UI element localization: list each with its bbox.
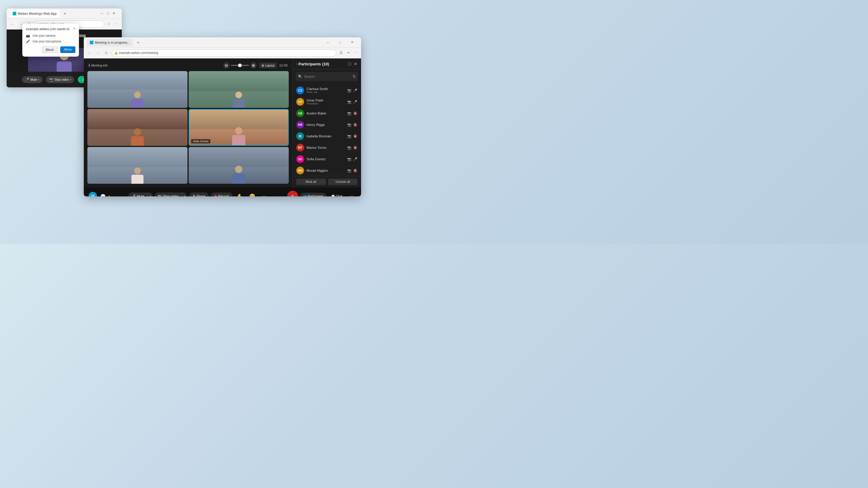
video-dropdown-button[interactable]: ▾ bbox=[182, 193, 187, 197]
participant-mic-icon[interactable]: 🎤 bbox=[353, 157, 358, 161]
refresh-button-2[interactable]: ↻ bbox=[103, 50, 110, 56]
participant-cam-icon[interactable]: 📷 bbox=[347, 100, 351, 104]
search-input[interactable]: Search bbox=[304, 75, 350, 78]
participant-cam-icon[interactable]: 📷 bbox=[347, 157, 351, 161]
room-ceiling-5 bbox=[87, 147, 187, 167]
top-bar-meeting: ℹ Meeting info ⊖ ⊕ ⊞ Layout 1 bbox=[86, 61, 290, 70]
menu-icon-1[interactable]: ☰ bbox=[338, 50, 344, 56]
head-1 bbox=[134, 92, 141, 98]
mute-main-button[interactable]: 🎤 Mute bbox=[128, 193, 147, 197]
participant-name: Sofia Gomez bbox=[307, 157, 345, 161]
record-button[interactable]: Record bbox=[211, 193, 232, 196]
allow-button[interactable]: Allow bbox=[60, 46, 75, 53]
mute-chevron: ▾ bbox=[38, 78, 39, 81]
meeting-info-button[interactable]: ℹ Meeting info bbox=[89, 63, 107, 67]
video-main-button[interactable]: 📷 Stop video bbox=[155, 193, 182, 197]
stop-video-button-preview[interactable]: 📷 Stop video ▾ bbox=[46, 76, 74, 83]
mute-label: Mute bbox=[30, 78, 37, 82]
layout-icon: ⊞ bbox=[261, 64, 264, 67]
address-bar-2[interactable]: 🔒 example.webex.com/meeting bbox=[112, 50, 336, 57]
layout-button[interactable]: ⊞ Layout bbox=[259, 63, 277, 68]
minimize-button-2[interactable]: ─ bbox=[322, 38, 334, 47]
browser-tab-2[interactable]: Meeting is in progress... bbox=[87, 38, 133, 46]
zoom-out-button[interactable]: ⊖ bbox=[223, 62, 230, 69]
menu-icon-2[interactable]: ✏ bbox=[345, 50, 351, 56]
minimize-button-1[interactable]: ─ bbox=[100, 11, 104, 15]
share-button[interactable]: ⬆ Share bbox=[189, 193, 209, 197]
tab-title-1: Webex Meetings Web App bbox=[18, 12, 57, 15]
participants-title: Participants bbox=[299, 62, 321, 66]
close-button-1[interactable]: ✕ bbox=[111, 11, 116, 15]
sort-button[interactable]: ⇅ bbox=[352, 74, 355, 78]
participants-toolbar-button[interactable]: 👥 Participants bbox=[300, 193, 327, 197]
participant-mic-icon[interactable]: 🔇 bbox=[353, 146, 358, 150]
participant-cam-icon[interactable]: 📷 bbox=[347, 169, 351, 173]
chat-chevron-icon[interactable]: ▾ bbox=[108, 195, 110, 196]
block-button[interactable]: Block bbox=[42, 46, 58, 53]
participant-cam-icon[interactable]: 📷 bbox=[347, 134, 351, 138]
participant-mic-icon[interactable]: 🔇 bbox=[353, 123, 358, 127]
record-dot-icon bbox=[214, 195, 217, 196]
participant-mic-icon[interactable]: 🔇 bbox=[353, 169, 358, 173]
mute-split-button: 🎤 Mute ▾ bbox=[128, 193, 153, 197]
mic-permission-text: Use your microphone bbox=[33, 40, 61, 43]
person-6 bbox=[232, 166, 245, 184]
back-button-1[interactable]: ← bbox=[9, 21, 16, 27]
share-icon: ⬆ bbox=[193, 194, 195, 197]
person-4 bbox=[232, 127, 245, 145]
participant-avatar: SG bbox=[296, 155, 304, 163]
participant-mic-icon[interactable]: 🎤 bbox=[353, 100, 358, 104]
reactions-button[interactable]: ✋ bbox=[234, 192, 245, 197]
settings-icon[interactable]: ⋯ bbox=[113, 21, 119, 27]
participant-name: Murad Higgins bbox=[307, 169, 345, 172]
room-ceiling-2 bbox=[189, 71, 289, 91]
more-toolbar-button[interactable]: ⋯ bbox=[347, 192, 356, 196]
chat-bubble-icon[interactable]: 💬 bbox=[99, 193, 106, 196]
maximize-button-2[interactable]: □ bbox=[334, 38, 346, 47]
participant-controls: 📷 🔇 bbox=[347, 111, 358, 116]
cell-content-4: Sofia Gomez bbox=[189, 110, 288, 145]
emoji-button[interactable]: 😊 bbox=[247, 192, 258, 197]
participant-mic-icon[interactable]: 🎤 bbox=[353, 89, 358, 93]
participant-mic-icon[interactable]: 🔇 bbox=[353, 111, 358, 116]
chat-toolbar-button[interactable]: 💬 Chat bbox=[328, 193, 345, 197]
panel-title: › Participants (10) bbox=[296, 62, 329, 66]
new-tab-button-1[interactable]: + bbox=[61, 10, 68, 17]
tab-title-2: Meeting is in progress... bbox=[95, 41, 130, 44]
favorites-icon[interactable]: ☆ bbox=[106, 21, 112, 27]
video-cell-3 bbox=[87, 109, 187, 146]
menu-icon-3[interactable]: ⋯ bbox=[352, 50, 359, 56]
mute-all-button[interactable]: Mute all bbox=[296, 178, 326, 185]
person-3 bbox=[131, 128, 144, 146]
close-panel-button[interactable]: ✕ bbox=[354, 61, 358, 66]
participant-cam-icon[interactable]: 📷 bbox=[347, 89, 351, 93]
unmute-all-button[interactable]: Unmute all bbox=[328, 178, 358, 185]
more-options-button[interactable]: ⋯ bbox=[259, 192, 269, 196]
permission-popup: × example.webex.com wants to 📷 Use your … bbox=[22, 24, 79, 57]
zoom-in-button[interactable]: ⊕ bbox=[250, 62, 257, 69]
participant-item: MT Marise Torres 📷 🔇 bbox=[293, 142, 361, 153]
browser-tab-1[interactable]: Webex Meetings Web App bbox=[10, 10, 60, 18]
forward-button-2[interactable]: → bbox=[95, 50, 101, 56]
zoom-slider[interactable] bbox=[231, 65, 249, 66]
participant-controls: 📷 🎤 bbox=[347, 157, 358, 161]
video-cell-2 bbox=[189, 71, 289, 108]
participant-cam-icon[interactable]: 📷 bbox=[347, 146, 351, 150]
pop-out-button[interactable]: ⬡ bbox=[348, 61, 351, 66]
back-button-2[interactable]: ← bbox=[86, 50, 93, 56]
maximize-button-1[interactable]: □ bbox=[105, 11, 110, 15]
new-tab-button-2[interactable]: + bbox=[135, 39, 142, 46]
meeting-toolbar: W 💬 ▾ 🎤 Mute ▾ 📷 Stop video ▾ ⬆ bbox=[84, 187, 361, 196]
participant-mic-icon[interactable]: 🔇 bbox=[353, 134, 358, 138]
close-button-2[interactable]: ✕ bbox=[346, 38, 358, 47]
participant-cam-icon[interactable]: 📷 bbox=[347, 123, 351, 127]
popup-close-button[interactable]: × bbox=[72, 26, 76, 31]
mute-dropdown-button[interactable]: ▾ bbox=[147, 193, 153, 197]
end-call-button[interactable]: ✕ bbox=[287, 191, 298, 196]
participant-info: Marise Torres bbox=[307, 146, 345, 150]
participant-cam-icon[interactable]: 📷 bbox=[347, 111, 351, 116]
mute-button-preview[interactable]: 🎤 Mute ▾ bbox=[22, 76, 42, 83]
video-cell-1 bbox=[87, 71, 187, 108]
participant-info: Sofia Gomez bbox=[307, 157, 345, 161]
participant-item: UP Umar Patel Presenter 📷 🎤 bbox=[293, 96, 361, 107]
